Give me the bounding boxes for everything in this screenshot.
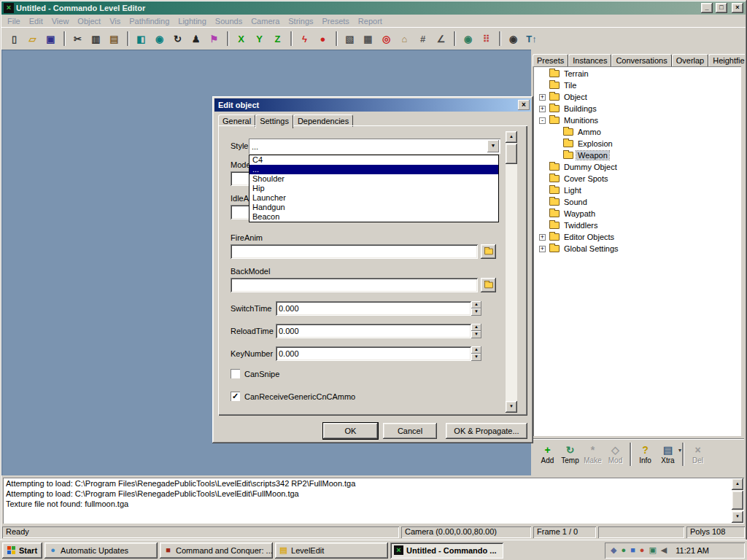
tree-item-munitions[interactable]: -Munitions (533, 114, 741, 126)
spin-down-icon[interactable]: ▼ (471, 354, 481, 361)
tree-item-twiddlers[interactable]: Twiddlers (533, 219, 741, 231)
reloadtime-spinner[interactable]: ▲▼ (471, 324, 481, 338)
menu-vis[interactable]: Vis (105, 16, 125, 26)
dropdown-option-hip[interactable]: Hip (249, 184, 498, 193)
toolbar-button-wireframe-cube-icon[interactable]: ▧ (341, 31, 358, 47)
tray-icon-3[interactable]: ■ (630, 546, 635, 554)
tree-item-terrain[interactable]: Terrain (533, 68, 741, 79)
tree-item-sound[interactable]: Sound (533, 196, 741, 208)
temp-button[interactable]: ↻Temp (559, 440, 581, 468)
keynumber-spinner[interactable]: ▲▼ (471, 346, 481, 361)
toolbar-button-camera-icon[interactable]: ◧ (133, 31, 150, 47)
expand-icon[interactable]: + (539, 94, 546, 101)
dropdown-option-beacon[interactable]: Beacon (249, 212, 498, 222)
menu-report[interactable]: Report (354, 16, 387, 26)
tree-item-dummy-object[interactable]: Dummy Object (533, 161, 741, 173)
dialog-scrollbar[interactable]: ▲ ▼ (506, 131, 517, 413)
taskbar-button-command-and-conquer[interactable]: ■Command and Conquer: ... (160, 542, 273, 559)
ok-propagate-button[interactable]: OK & Propagate... (446, 423, 527, 439)
spin-up-icon[interactable]: ▲ (471, 346, 481, 354)
tree-item-editor-objects[interactable]: +Editor Objects (533, 231, 741, 243)
reloadtime-input[interactable]: 0.000 (276, 324, 471, 338)
tree-item-global-settings[interactable]: +Global Settings (533, 243, 741, 254)
taskbar-button-automatic-updates[interactable]: ●Automatic Updates (44, 542, 158, 559)
backmodel-browse-button[interactable] (481, 278, 496, 292)
taskbar-button-leveledit[interactable]: ▤LevelEdit (275, 542, 388, 559)
menu-pathfinding[interactable]: Pathfinding (125, 16, 174, 26)
toolbar-button-waypoint-flag-icon[interactable]: ⚑ (206, 31, 222, 47)
collapse-icon[interactable]: - (539, 117, 546, 124)
tab-conversations[interactable]: Conversations (611, 54, 671, 66)
taskbar-button-untitled-commando[interactable]: ×Untitled - Commando ... (390, 542, 503, 559)
toolbar-button-globe-icon[interactable]: ◉ (460, 31, 476, 47)
dropdown-option-handgun[interactable]: Handgun (249, 203, 498, 212)
expand-icon[interactable]: + (539, 234, 546, 241)
cancel-button[interactable]: Cancel (383, 423, 437, 439)
dialog-close-button[interactable]: × (518, 100, 530, 110)
toolbar-button-drop-icon[interactable]: ● (314, 31, 331, 47)
toolbar-button-grid-snap-icon[interactable]: # (414, 31, 431, 47)
menu-presets[interactable]: Presets (318, 16, 354, 26)
toolbar-button-paste-icon[interactable]: ▤ (106, 31, 123, 47)
tree-item-tile[interactable]: Tile (533, 79, 741, 91)
toolbar-button-save-icon[interactable]: ▣ (42, 31, 59, 47)
spin-down-icon[interactable]: ▼ (471, 331, 481, 338)
tray-icon-6[interactable]: ◀ (661, 546, 667, 554)
spin-down-icon[interactable]: ▼ (471, 308, 481, 316)
toolbar-button-new-file-icon[interactable]: ▯ (6, 31, 23, 47)
toolbar-button-axis-y-icon[interactable]: Y (251, 31, 268, 47)
dialog-tab-settings[interactable]: Settings (255, 114, 293, 128)
cansnipe-checkbox[interactable] (231, 369, 240, 378)
toolbar-button-sack-icon[interactable]: ⌂ (396, 31, 413, 47)
tray-icon-4[interactable]: ● (640, 546, 645, 554)
scroll-up-icon[interactable]: ▲ (506, 131, 517, 143)
tree-item-light[interactable]: Light (533, 184, 741, 196)
style-combo[interactable]: ... ▼ (249, 139, 500, 154)
log-output[interactable]: Attempting to load: C:\Program Files\Ren… (3, 478, 744, 524)
tab-overlap[interactable]: Overlap (672, 54, 709, 66)
expand-icon[interactable]: + (539, 246, 546, 252)
tree-item-object[interactable]: +Object (533, 91, 741, 103)
toolbar-button-angle-measure-icon[interactable]: ∠ (433, 31, 449, 47)
tab-instances[interactable]: Instances (568, 54, 611, 66)
dropdown-option-launcher[interactable]: Launcher (249, 193, 498, 203)
log-scrollbar[interactable]: ▲ ▼ (732, 478, 743, 523)
spin-up-icon[interactable]: ▲ (471, 324, 481, 331)
keynumber-input[interactable]: 0.000 (276, 346, 471, 361)
dropdown-option-shoulder[interactable]: Shoulder (249, 174, 498, 184)
toolbar-button-text-up-icon[interactable]: T↑ (523, 31, 540, 47)
fireanim-browse-button[interactable] (481, 244, 496, 259)
backmodel-input[interactable] (231, 278, 478, 292)
toolbar-button-textured-cube-icon[interactable]: ▦ (360, 31, 376, 47)
ok-button[interactable]: OK (323, 423, 378, 439)
toolbar-button-orbit-view-icon[interactable]: ◉ (151, 31, 168, 47)
start-button[interactable]: Start (2, 542, 42, 559)
menu-lighting[interactable]: Lighting (174, 16, 211, 26)
tree-item-explosion[interactable]: Explosion (533, 138, 741, 149)
tree-item-cover-spots[interactable]: Cover Spots (533, 173, 741, 184)
window-titlebar[interactable]: × Untitled - Commando Level Editor _ □ × (1, 1, 746, 15)
tree-item-buildings[interactable]: +Buildings (533, 103, 741, 114)
toolbar-button-lightning-icon[interactable]: ϟ (296, 31, 313, 47)
menu-edit[interactable]: Edit (25, 16, 47, 26)
del-button[interactable]: ×Del (686, 440, 709, 468)
spin-up-icon[interactable]: ▲ (471, 301, 481, 308)
toolbar-button-walk-mode-icon[interactable]: ♟ (187, 31, 204, 47)
combo-arrow-icon[interactable]: ▼ (487, 140, 499, 152)
switchtime-input[interactable]: 0.000 (276, 301, 471, 316)
menu-strings[interactable]: Strings (284, 16, 317, 26)
toolbar-button-target-icon[interactable]: ◎ (378, 31, 395, 47)
menu-view[interactable]: View (47, 16, 74, 26)
switchtime-spinner[interactable]: ▲▼ (471, 301, 481, 316)
tray-icon-1[interactable]: ◆ (611, 546, 616, 554)
close-button[interactable]: × (732, 3, 743, 13)
dropdown-option-c4[interactable]: C4 (249, 155, 498, 165)
fireanim-input[interactable] (231, 244, 478, 259)
menu-camera[interactable]: Camera (247, 16, 284, 26)
toolbar-button-cut-icon[interactable]: ✂ (69, 31, 86, 47)
minimize-button[interactable]: _ (701, 3, 713, 13)
tree-item-waypath[interactable]: Waypath (533, 208, 741, 219)
toolbar-button-copy-icon[interactable]: ▥ (88, 31, 104, 47)
scroll-up-icon[interactable]: ▲ (732, 478, 743, 490)
dropdown-option-[interactable]: ... (249, 165, 498, 174)
